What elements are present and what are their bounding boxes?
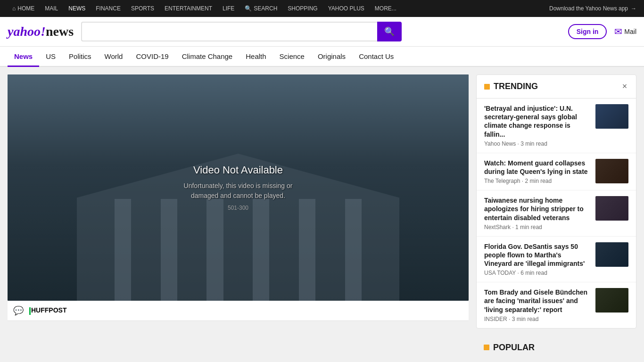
top-nav-sports-label: SPORTS: [131, 5, 154, 12]
secondary-nav: News US Politics World COVID-19 Climate …: [0, 47, 644, 67]
huffpost-bar-decoration: [29, 307, 31, 315]
trending-item-title: Tom Brady and Gisele Bündchen are facing…: [484, 288, 591, 314]
trending-item-title: Watch: Moment guard collapses during lat…: [484, 159, 591, 176]
video-unavailable-title: Video Not Available: [184, 164, 293, 176]
top-nav-yahooplus[interactable]: YAHOO PLUS: [323, 3, 369, 14]
top-nav-more-label: MORE...: [375, 5, 396, 12]
trending-item-thumbnail: [595, 288, 628, 313]
top-nav-mail[interactable]: MAIL: [40, 3, 63, 14]
top-nav-finance[interactable]: FINANCE: [91, 3, 125, 14]
close-trending-button[interactable]: ×: [619, 81, 630, 92]
trending-item-thumbnail: [595, 242, 628, 267]
trending-item-source: USA TODAY: [484, 270, 516, 276]
news-logo-text: news: [46, 24, 74, 39]
sign-in-button[interactable]: Sign in: [568, 24, 607, 39]
top-nav-search-label: SEARCH: [254, 5, 277, 12]
home-icon: ⌂: [12, 5, 16, 12]
search-bar: 🔍: [81, 22, 402, 41]
trending-panel: TRENDING × 'Betrayal and injustice': U.N…: [476, 74, 636, 329]
video-player[interactable]: Video Not Available Unfortunately, this …: [8, 74, 469, 301]
nav-item-covid19[interactable]: COVID-19: [129, 47, 175, 66]
trending-item[interactable]: Tom Brady and Gisele Bündchen are facing…: [477, 282, 636, 328]
video-unavailable-overlay: Video Not Available Unfortunately, this …: [184, 164, 293, 211]
mail-link[interactable]: ✉ Mail: [614, 26, 636, 37]
trending-item-text: Tom Brady and Gisele Bündchen are facing…: [484, 288, 591, 322]
header-right: Sign in ✉ Mail: [568, 24, 636, 39]
close-icon: ×: [622, 82, 627, 91]
nav-health-label: Health: [246, 52, 266, 60]
download-arrow-icon: →: [631, 5, 636, 12]
top-nav-sports[interactable]: SPORTS: [126, 3, 159, 14]
trending-item-separator: ·: [509, 316, 512, 322]
trending-item-readtime: 3 min read: [520, 140, 547, 147]
trending-item-thumbnail: [595, 104, 628, 129]
trending-item[interactable]: Florida Gov. DeSantis says 50 people flo…: [477, 237, 636, 283]
nav-item-world[interactable]: World: [98, 47, 130, 66]
trending-item-title: Florida Gov. DeSantis says 50 people flo…: [484, 242, 591, 268]
top-nav-more[interactable]: MORE...: [370, 3, 401, 14]
trending-item-title: 'Betrayal and injustice': U.N. secretary…: [484, 104, 591, 139]
top-nav-mail-label: MAIL: [45, 5, 58, 12]
nav-covid19-label: COVID-19: [136, 52, 168, 60]
popular-header: POPULAR: [476, 336, 636, 355]
trending-item-thumbnail: [595, 159, 628, 183]
trending-item-thumbnail: [595, 196, 628, 221]
video-subtitle-line2: damaged and cannot be played.: [191, 192, 285, 199]
nav-item-climatechange[interactable]: Climate Change: [175, 47, 239, 66]
trending-item-text: Florida Gov. DeSantis says 50 people flo…: [484, 242, 591, 277]
search-input[interactable]: [81, 22, 377, 41]
nav-item-science[interactable]: Science: [273, 47, 311, 66]
top-nav-life-label: LIFE: [223, 5, 234, 12]
trending-dot-icon: [484, 84, 490, 90]
top-nav-search[interactable]: 🔍 SEARCH: [240, 3, 282, 14]
nav-item-news[interactable]: News: [8, 47, 39, 66]
top-nav-finance-label: FINANCE: [96, 5, 121, 12]
header: yahoo!news 🔍 Sign in ✉ Mail: [0, 17, 644, 47]
trending-item-source: Yahoo News: [484, 140, 516, 147]
top-nav-news[interactable]: NEWS: [64, 3, 90, 14]
download-app-link[interactable]: Download the Yahoo News app →: [549, 5, 636, 12]
top-nav-entertainment[interactable]: ENTERTAINMENT: [160, 3, 217, 14]
trending-item-meta: USA TODAY · 6 min read: [484, 270, 591, 276]
video-unavailable-subtitle: Unfortunately, this video is missing or …: [184, 181, 293, 201]
trending-item-readtime: 6 min read: [520, 270, 547, 276]
top-nav-news-label: NEWS: [68, 5, 85, 12]
huffpost-logo[interactable]: HUFFPOST: [29, 306, 66, 314]
trending-item-meta: NextShark · 1 min read: [484, 224, 591, 230]
trending-item[interactable]: Taiwanese nursing home apologizes for hi…: [477, 190, 636, 237]
top-nav-home-label: HOME: [17, 5, 34, 12]
comment-icon[interactable]: 💬: [13, 305, 24, 316]
nav-item-originals[interactable]: Originals: [311, 47, 352, 66]
trending-item[interactable]: Watch: Moment guard collapses during lat…: [477, 153, 636, 190]
nav-item-us[interactable]: US: [39, 47, 62, 66]
trending-item-title: Taiwanese nursing home apologizes for hi…: [484, 196, 591, 222]
trending-item-readtime: 2 min read: [525, 178, 552, 184]
trending-item-source: The Telegraph: [484, 178, 520, 184]
nav-item-contactus[interactable]: Contact Us: [352, 47, 400, 66]
top-nav-shopping[interactable]: SHOPPING: [283, 3, 322, 14]
popular-dot-icon: [484, 345, 489, 350]
top-nav-life[interactable]: LIFE: [218, 3, 239, 14]
top-nav-home[interactable]: ⌂ HOME: [8, 3, 39, 14]
trending-item-meta: INSIDER · 3 min read: [484, 316, 591, 322]
trending-item-text: Watch: Moment guard collapses during lat…: [484, 159, 591, 184]
trending-item-text: 'Betrayal and injustice': U.N. secretary…: [484, 104, 591, 147]
main-content: Video Not Available Unfortunately, this …: [0, 67, 644, 362]
huffpost-logo-text: HUFFPOST: [31, 306, 66, 314]
sidebar: TRENDING × 'Betrayal and injustice': U.N…: [476, 74, 636, 355]
nav-item-health[interactable]: Health: [239, 47, 272, 66]
top-nav-shopping-label: SHOPPING: [288, 5, 317, 12]
trending-item-readtime: 3 min read: [512, 316, 539, 322]
download-app-text: Download the Yahoo News app: [549, 5, 628, 12]
top-nav-bar: ⌂ HOME MAIL NEWS FINANCE SPORTS ENTERTAI…: [0, 0, 644, 17]
yahoo-news-logo[interactable]: yahoo!news: [8, 24, 74, 39]
search-button[interactable]: 🔍: [377, 22, 402, 41]
trending-item-text: Taiwanese nursing home apologizes for hi…: [484, 196, 591, 230]
trending-item-meta: The Telegraph · 2 min read: [484, 178, 591, 184]
popular-label: POPULAR: [493, 343, 535, 353]
top-nav-entertainment-label: ENTERTAINMENT: [165, 5, 212, 12]
mail-envelope-icon: ✉: [614, 26, 622, 37]
nav-item-politics[interactable]: Politics: [62, 47, 98, 66]
trending-item-separator: ·: [522, 178, 525, 184]
trending-item[interactable]: 'Betrayal and injustice': U.N. secretary…: [477, 99, 636, 153]
